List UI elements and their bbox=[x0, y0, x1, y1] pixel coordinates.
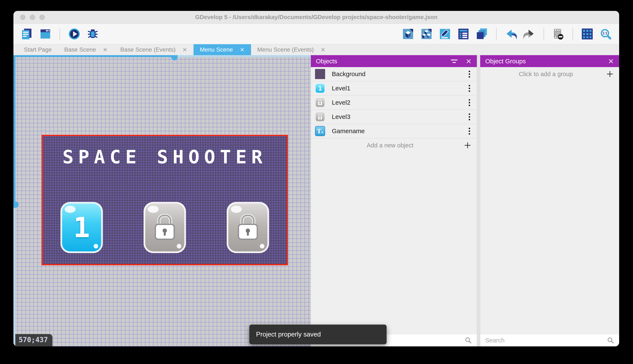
properties-icon bbox=[439, 28, 451, 40]
tab-menu-scene-events[interactable]: Menu Scene (Events) bbox=[251, 44, 332, 55]
redo-button[interactable] bbox=[522, 26, 537, 42]
toolbar-right-group: 1:1 bbox=[401, 26, 613, 42]
lock-icon bbox=[317, 114, 323, 120]
add-object-row[interactable]: Add a new object bbox=[311, 138, 477, 152]
zoom-window-button[interactable] bbox=[40, 15, 45, 20]
tab-close-icon[interactable] bbox=[182, 47, 187, 52]
toggle-grid-button[interactable] bbox=[580, 26, 595, 42]
object-thumbnail-level1: 1 bbox=[315, 83, 325, 93]
debugger-button[interactable] bbox=[85, 26, 100, 42]
add-object-button[interactable] bbox=[464, 142, 471, 149]
svg-text:1:1: 1:1 bbox=[602, 32, 607, 35]
editor-tabbar: Start Page Base Scene Base Scene (Events… bbox=[14, 44, 619, 55]
layers-icon bbox=[476, 28, 488, 40]
object-name: Level1 bbox=[332, 85, 466, 92]
kebab-menu-icon[interactable] bbox=[466, 112, 473, 122]
object-row-level2[interactable]: Level2 bbox=[311, 96, 477, 110]
tab-label: Base Scene (Events) bbox=[120, 46, 175, 53]
object-groups-panel-title: Object Groups bbox=[485, 58, 608, 65]
objects-panel-header: Objects bbox=[311, 55, 477, 67]
object-thumbnail-level3 bbox=[315, 112, 325, 122]
tab-close-icon[interactable] bbox=[103, 47, 108, 52]
play-icon bbox=[68, 28, 80, 40]
tab-base-scene-events[interactable]: Base Scene (Events) bbox=[114, 44, 193, 55]
toolbar-left-group bbox=[19, 26, 100, 42]
object-thumbnail-level2 bbox=[315, 98, 325, 108]
zoom-reset-button[interactable]: 1:1 bbox=[598, 26, 613, 42]
traffic-lights bbox=[20, 15, 45, 20]
plus-icon bbox=[464, 142, 471, 149]
film-remove-icon bbox=[552, 28, 564, 40]
tab-close-icon[interactable] bbox=[240, 47, 245, 52]
project-manager-button[interactable] bbox=[19, 26, 35, 42]
search-icon bbox=[607, 337, 614, 344]
lock-icon bbox=[228, 204, 267, 252]
start-page-button[interactable] bbox=[38, 26, 53, 42]
toolbar-separator bbox=[544, 28, 544, 40]
toggle-window-mask-button[interactable] bbox=[551, 26, 566, 42]
scene-title-instance[interactable]: SPACE SHOOTER bbox=[43, 146, 287, 168]
undo-icon bbox=[505, 28, 517, 40]
toast-message: Project properly saved bbox=[256, 331, 321, 338]
object-row-level3[interactable]: Level3 bbox=[311, 110, 477, 124]
add-group-row[interactable]: Click to add a group bbox=[480, 67, 619, 81]
cursor-coordinates-badge: 570;437 bbox=[15, 334, 53, 346]
vertical-scrollbar[interactable] bbox=[14, 55, 15, 346]
objects-panel-empty-space bbox=[311, 152, 477, 334]
panel-divider[interactable] bbox=[477, 55, 480, 346]
level1-button-instance[interactable]: 1 bbox=[61, 202, 103, 253]
open-objects-editor-button[interactable] bbox=[401, 26, 416, 42]
object-row-gamename[interactable]: Tx Gamename bbox=[311, 124, 477, 138]
level3-button-instance[interactable] bbox=[227, 202, 269, 253]
toolbar-separator bbox=[60, 28, 60, 40]
toast-notification: Project properly saved bbox=[249, 324, 387, 344]
undo-button[interactable] bbox=[503, 26, 518, 42]
kebab-menu-icon[interactable] bbox=[466, 70, 473, 79]
hscroll-thumb[interactable] bbox=[171, 55, 178, 60]
lock-icon bbox=[317, 100, 323, 106]
objects-editor-icon bbox=[402, 28, 414, 40]
open-layers-editor-button[interactable] bbox=[474, 26, 489, 42]
window-title: GDevelop 5 - /Users/dkarakay/Documents/G… bbox=[195, 14, 438, 20]
game-scene-window[interactable]: SPACE SHOOTER 1 bbox=[42, 135, 288, 265]
kebab-menu-icon[interactable] bbox=[466, 84, 473, 93]
kebab-menu-icon[interactable] bbox=[466, 126, 473, 136]
add-object-label: Add a new object bbox=[316, 142, 464, 149]
search-icon bbox=[465, 337, 472, 344]
open-object-groups-button[interactable] bbox=[419, 26, 434, 42]
objects-panel: Objects Background 1 Level1 bbox=[311, 55, 477, 346]
preview-play-button[interactable] bbox=[67, 26, 82, 42]
object-groups-icon bbox=[420, 28, 433, 40]
close-window-button[interactable] bbox=[20, 15, 26, 20]
zoom-reset-icon: 1:1 bbox=[600, 28, 612, 40]
object-groups-search-input[interactable] bbox=[485, 337, 604, 344]
filter-icon[interactable] bbox=[450, 59, 458, 64]
horizontal-scrollbar[interactable] bbox=[14, 55, 311, 57]
open-properties-button[interactable] bbox=[437, 26, 453, 42]
instances-list-icon bbox=[457, 28, 470, 40]
level2-button-instance[interactable] bbox=[144, 202, 186, 253]
kebab-menu-icon[interactable] bbox=[466, 98, 473, 107]
scene-editor-canvas[interactable]: SPACE SHOOTER 1 bbox=[14, 55, 311, 346]
tab-close-icon[interactable] bbox=[321, 47, 326, 52]
open-instances-list-button[interactable] bbox=[456, 26, 471, 42]
add-group-button[interactable] bbox=[606, 70, 614, 78]
object-row-background[interactable]: Background bbox=[311, 67, 477, 81]
text-object-icon: T bbox=[317, 128, 321, 134]
vscroll-thumb[interactable] bbox=[14, 202, 19, 208]
object-name: Background bbox=[332, 70, 466, 78]
tab-label: Base Scene bbox=[64, 46, 96, 53]
lock-icon bbox=[145, 204, 184, 252]
tab-label: Menu Scene (Events) bbox=[257, 46, 314, 53]
title-bar: GDevelop 5 - /Users/dkarakay/Documents/G… bbox=[14, 11, 619, 24]
object-row-level1[interactable]: 1 Level1 bbox=[311, 81, 477, 96]
level1-number: 1 bbox=[62, 204, 101, 252]
minimize-window-button[interactable] bbox=[30, 15, 35, 20]
close-icon[interactable] bbox=[608, 58, 614, 64]
tab-base-scene[interactable]: Base Scene bbox=[58, 44, 114, 55]
object-groups-panel: Object Groups Click to add a group bbox=[480, 55, 619, 346]
tab-menu-scene[interactable]: Menu Scene bbox=[193, 44, 251, 55]
main-toolbar: 1:1 bbox=[14, 24, 619, 44]
close-icon[interactable] bbox=[466, 58, 472, 64]
tab-start-page[interactable]: Start Page bbox=[18, 44, 58, 55]
